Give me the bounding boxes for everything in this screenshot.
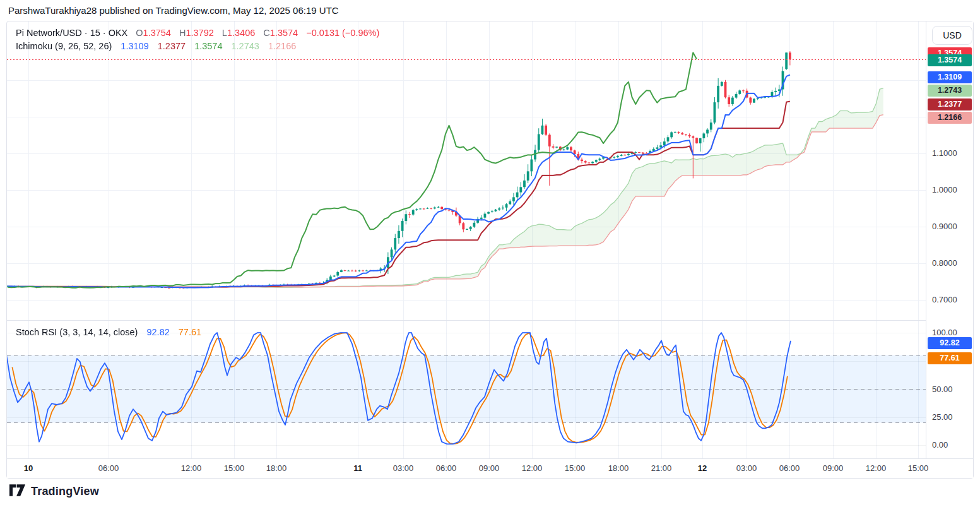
time-axis-label: 12:00	[177, 463, 206, 473]
price-badge: 1.2377	[928, 98, 972, 110]
stoch-rsi-legend-row: Stoch RSI (3, 3, 14, 14, close) 92.82 77…	[16, 327, 201, 337]
tradingview-logo-icon	[9, 484, 26, 499]
price-badge: 1.2743	[928, 85, 972, 97]
axis-label: 0.9000	[932, 222, 957, 231]
time-axis-label: 09:00	[818, 463, 847, 473]
time-axis-label: 06:00	[432, 463, 461, 473]
axis-label: 0.8000	[932, 258, 957, 268]
time-axis-label: 09:00	[475, 463, 504, 473]
symbol-legend-row: Pi Network/USD · 15 · OKX O1.3754 H1.379…	[16, 27, 379, 40]
ichimoku-senkou-a-value: 1.2743	[232, 41, 259, 51]
time-axis-label: 12:00	[861, 463, 890, 473]
axis-label: 1.1000	[932, 148, 957, 158]
ohlc-close-key: C	[263, 28, 269, 38]
time-axis-label: 21:00	[647, 463, 676, 473]
ichimoku-chikou-value: 1.3574	[194, 41, 222, 51]
ohlc-low-value: 1.3406	[227, 28, 255, 38]
time-axis-label: 18:00	[604, 463, 633, 473]
ichimoku-legend-row: Ichimoku (9, 26, 52, 26) 1.3109 1.2377 1…	[16, 40, 379, 53]
axis-label: 25.00	[932, 412, 953, 422]
time-axis-label: 12	[688, 463, 717, 473]
tradingview-logo[interactable]: TradingView	[9, 484, 99, 499]
chart-canvas[interactable]	[7, 21, 926, 458]
ohlc-open-key: O	[136, 28, 143, 38]
time-axis-label: 15:00	[220, 463, 249, 473]
price-badge: 1.2166	[928, 112, 972, 124]
time-axis-label: 06:00	[775, 463, 804, 473]
ohlc-open-value: 1.3754	[143, 28, 171, 38]
stoch-rsi-label: Stoch RSI (3, 3, 14, 14, close)	[16, 327, 138, 337]
ichimoku-kijun-value: 1.2377	[158, 41, 186, 51]
time-axis-label: 10	[14, 463, 43, 473]
time-axis-label: 12:00	[517, 463, 546, 473]
ichimoku-label: Ichimoku (9, 26, 52, 26)	[16, 41, 112, 51]
time-axis-label: 11	[343, 463, 372, 473]
time-axis-label: 15:00	[904, 463, 933, 473]
symbol-title: Pi Network/USD · 15 · OKX	[16, 28, 127, 38]
tradingview-snapshot-page: ParshwaTurakhiya28 published on TradingV…	[0, 0, 980, 507]
price-badge: 92.82	[928, 337, 972, 349]
time-axis-label: 03:00	[732, 463, 761, 473]
ohlc-high-value: 1.3792	[186, 28, 213, 38]
time-axis-label: 06:00	[94, 463, 123, 473]
price-axis[interactable]: 1.30001.20001.10001.00000.90000.80000.70…	[926, 21, 973, 458]
ohlc-close-value: 1.3574	[270, 28, 298, 38]
publish-header: ParshwaTurakhiya28 published on TradingV…	[8, 5, 339, 16]
ohlc-low-key: L	[222, 28, 227, 38]
chart-card: Pi Network/USD · 15 · OKX O1.3754 H1.379…	[6, 21, 974, 479]
axis-label: 50.00	[932, 385, 953, 394]
price-change: −0.0131 (−0.96%)	[306, 28, 379, 38]
time-axis-label: 03:00	[389, 463, 418, 473]
price-badge: 1.3109	[928, 71, 972, 83]
stoch-k-value: 92.82	[146, 327, 169, 337]
ohlc-high-key: H	[179, 28, 186, 38]
time-axis-label: 15:00	[560, 463, 589, 473]
price-badge: 1.3574	[928, 54, 972, 66]
ichimoku-senkou-b-value: 1.2166	[268, 41, 296, 51]
axis-label: 100.00	[932, 328, 957, 337]
price-badge: 77.61	[928, 352, 972, 364]
ichimoku-tenkan-value: 1.3109	[121, 41, 148, 51]
axis-label: 1.0000	[932, 185, 957, 194]
time-axis[interactable]: 1006:0012:0015:0018:001103:0006:0009:001…	[7, 458, 973, 478]
tradingview-logo-text: TradingView	[31, 485, 99, 498]
axis-label: 0.00	[932, 440, 948, 450]
stoch-d-value: 77.61	[179, 327, 201, 337]
axis-label: 0.7000	[932, 295, 957, 304]
main-legend: Pi Network/USD · 15 · OKX O1.3754 H1.379…	[16, 27, 379, 53]
time-axis-label: 18:00	[262, 463, 291, 473]
currency-toggle-button[interactable]: USD	[932, 26, 972, 45]
